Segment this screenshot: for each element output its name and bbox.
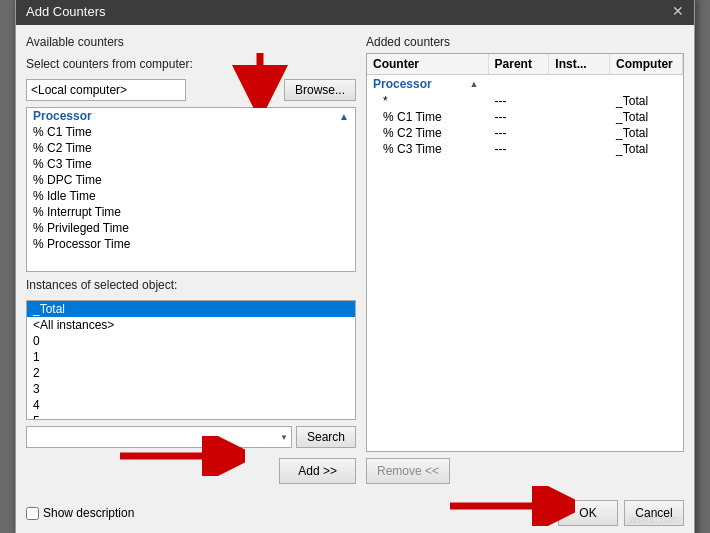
- counters-listbox[interactable]: Processor ▲ % C1 Time % C2 Time % C3 Tim…: [26, 107, 356, 272]
- counter-category-processor[interactable]: Processor ▲: [27, 108, 355, 124]
- instance-4[interactable]: 4: [27, 397, 355, 413]
- col-inst: Inst...: [549, 54, 610, 74]
- computer-label: Select counters from computer:: [26, 57, 356, 71]
- search-button[interactable]: Search: [296, 426, 356, 448]
- search-row: Search: [26, 426, 356, 448]
- counter-c1: % C1 Time: [367, 109, 489, 125]
- list-item[interactable]: % C3 Time: [27, 156, 355, 172]
- computer-val: _Total: [610, 141, 683, 157]
- ok-button[interactable]: OK: [558, 500, 618, 526]
- instance-3[interactable]: 3: [27, 381, 355, 397]
- computer-input[interactable]: [26, 79, 186, 101]
- col-parent: Parent: [489, 54, 550, 74]
- watermark: wsxdn.com: [629, 514, 679, 525]
- remove-button[interactable]: Remove <<: [366, 458, 450, 484]
- title-bar: Add Counters ✕: [16, 0, 694, 25]
- counter-table: Counter Parent Inst... Computer Processo…: [366, 53, 684, 452]
- added-label: Added counters: [366, 35, 684, 49]
- computer-val: _Total: [610, 125, 683, 141]
- computer-row: Browse...: [26, 79, 356, 101]
- show-description-checkbox[interactable]: [26, 507, 39, 520]
- parent-val: ---: [489, 93, 550, 109]
- parent-val: ---: [489, 125, 550, 141]
- search-input[interactable]: [26, 426, 292, 448]
- counter-star: *: [367, 93, 489, 109]
- close-button[interactable]: ✕: [672, 3, 684, 19]
- col-computer: Computer: [610, 54, 683, 74]
- parent-val: ---: [489, 141, 550, 157]
- bottom-row: Show description OK Cancel: [16, 494, 694, 533]
- counter-c2: % C2 Time: [367, 125, 489, 141]
- table-row: * --- _Total: [367, 93, 683, 109]
- instance-all[interactable]: <All instances>: [27, 317, 355, 333]
- add-button[interactable]: Add >>: [279, 458, 356, 484]
- chevron-up-icon: ▲: [339, 111, 349, 122]
- list-item[interactable]: % Idle Time: [27, 188, 355, 204]
- list-item[interactable]: % Privileged Time: [27, 220, 355, 236]
- col-counter: Counter: [367, 54, 489, 74]
- inst-val: [549, 141, 610, 157]
- instances-listbox[interactable]: _Total <All instances> 0 1 2 3 4 5: [26, 300, 356, 420]
- category-processor: Processor ▲: [367, 75, 489, 93]
- table-row: % C1 Time --- _Total: [367, 109, 683, 125]
- chevron-up-icon: ▲: [470, 79, 479, 89]
- list-item[interactable]: % C1 Time: [27, 124, 355, 140]
- computer-val: _Total: [610, 109, 683, 125]
- add-counters-dialog: Add Counters ✕ Available counters Select…: [15, 0, 695, 533]
- computer-val: _Total: [610, 93, 683, 109]
- show-description-row: Show description: [26, 506, 134, 520]
- table-row: % C2 Time --- _Total: [367, 125, 683, 141]
- table-category-row: Processor ▲: [367, 75, 683, 93]
- inst-val: [549, 125, 610, 141]
- instance-total[interactable]: _Total: [27, 301, 355, 317]
- list-item[interactable]: % DPC Time: [27, 172, 355, 188]
- browse-button[interactable]: Browse...: [284, 79, 356, 101]
- right-panel: Added counters Counter Parent Inst... Co…: [366, 35, 684, 484]
- list-item[interactable]: % C2 Time: [27, 140, 355, 156]
- right-actions: Remove <<: [366, 458, 684, 484]
- list-item[interactable]: % Processor Time: [27, 236, 355, 252]
- table-row: % C3 Time --- _Total: [367, 141, 683, 157]
- instance-1[interactable]: 1: [27, 349, 355, 365]
- show-description-label: Show description: [43, 506, 134, 520]
- parent-val: ---: [489, 109, 550, 125]
- instance-2[interactable]: 2: [27, 365, 355, 381]
- instances-label: Instances of selected object:: [26, 278, 356, 292]
- list-item[interactable]: % Interrupt Time: [27, 204, 355, 220]
- counter-c3: % C3 Time: [367, 141, 489, 157]
- left-panel: Available counters Select counters from …: [26, 35, 356, 484]
- dialog-body: Available counters Select counters from …: [16, 25, 694, 494]
- category-name: Processor: [33, 109, 92, 123]
- available-label: Available counters: [26, 35, 356, 49]
- instance-0[interactable]: 0: [27, 333, 355, 349]
- inst-val: [549, 109, 610, 125]
- processor-label: Processor: [373, 77, 432, 91]
- table-header: Counter Parent Inst... Computer: [367, 54, 683, 75]
- instance-5[interactable]: 5: [27, 413, 355, 420]
- add-row: Add >>: [26, 458, 356, 484]
- inst-val: [549, 93, 610, 109]
- dialog-title: Add Counters: [26, 4, 106, 19]
